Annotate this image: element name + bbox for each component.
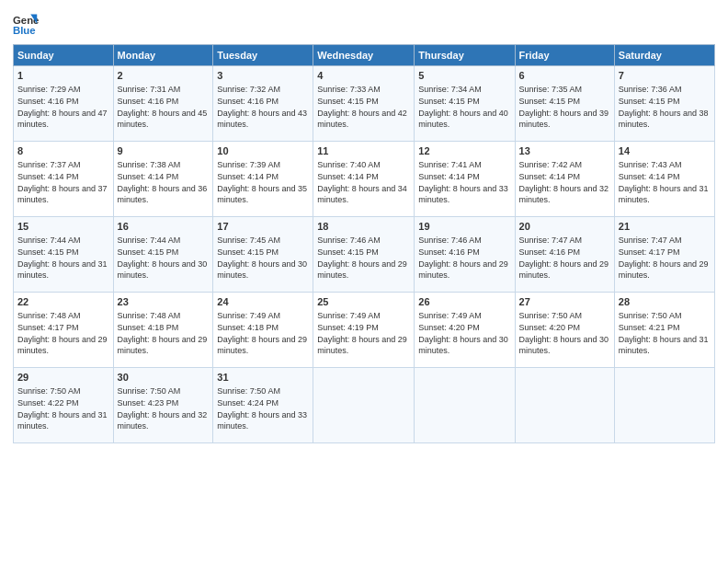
calendar-cell: [614, 368, 714, 443]
sunrise-label: Sunrise: 7:32 AM: [217, 85, 280, 94]
logo: General Blue: [13, 11, 39, 37]
sunset-label: Sunset: 4:14 PM: [418, 172, 480, 181]
sunset-label: Sunset: 4:15 PM: [317, 97, 379, 106]
daylight-label: Daylight: 8 hours and 29 minutes.: [619, 259, 709, 281]
sunset-label: Sunset: 4:23 PM: [118, 398, 179, 408]
daylight-label: Daylight: 8 hours and 33 minutes.: [418, 184, 508, 205]
sunset-label: Sunset: 4:16 PM: [17, 97, 79, 106]
day-number: 19: [418, 220, 510, 234]
daylight-label: Daylight: 8 hours and 42 minutes.: [317, 109, 407, 130]
sunset-label: Sunset: 4:15 PM: [17, 247, 79, 257]
calendar-cell: 22Sunrise: 7:48 AMSunset: 4:17 PMDayligh…: [14, 293, 114, 368]
sunset-label: Sunset: 4:22 PM: [17, 398, 79, 408]
sunrise-label: Sunrise: 7:50 AM: [619, 311, 682, 320]
daylight-label: Daylight: 8 hours and 29 minutes.: [317, 259, 407, 281]
sunrise-label: Sunrise: 7:33 AM: [317, 85, 381, 94]
day-number: 3: [217, 69, 309, 83]
day-number: 30: [118, 371, 210, 385]
sunset-label: Sunset: 4:18 PM: [118, 323, 179, 332]
sunrise-label: Sunrise: 7:47 AM: [519, 236, 583, 245]
sunrise-label: Sunrise: 7:50 AM: [519, 311, 583, 320]
daylight-label: Daylight: 8 hours and 29 minutes.: [17, 335, 108, 356]
sunset-label: Sunset: 4:15 PM: [519, 97, 581, 106]
calendar-cell: [515, 368, 614, 443]
sunrise-label: Sunrise: 7:37 AM: [17, 160, 81, 169]
sunset-label: Sunset: 4:14 PM: [17, 172, 79, 181]
calendar-cell: 16Sunrise: 7:44 AMSunset: 4:15 PMDayligh…: [113, 217, 213, 293]
sunset-label: Sunset: 4:24 PM: [217, 398, 279, 408]
sunset-label: Sunset: 4:15 PM: [619, 97, 680, 106]
day-number: 15: [17, 220, 109, 234]
day-number: 2: [118, 69, 210, 83]
day-number: 24: [217, 295, 309, 309]
daylight-label: Daylight: 8 hours and 33 minutes.: [217, 410, 307, 431]
sunrise-label: Sunrise: 7:50 AM: [217, 386, 280, 396]
daylight-label: Daylight: 8 hours and 35 minutes.: [217, 184, 307, 205]
calendar-cell: 25Sunrise: 7:49 AMSunset: 4:19 PMDayligh…: [313, 293, 415, 368]
calendar-cell: 26Sunrise: 7:49 AMSunset: 4:20 PMDayligh…: [415, 293, 515, 368]
logo-icon: General Blue: [13, 11, 39, 37]
sunrise-label: Sunrise: 7:36 AM: [619, 85, 682, 94]
sunrise-label: Sunrise: 7:35 AM: [519, 85, 583, 94]
calendar-cell: 18Sunrise: 7:46 AMSunset: 4:15 PMDayligh…: [313, 217, 415, 293]
calendar-cell: [415, 368, 515, 443]
daylight-label: Daylight: 8 hours and 30 minutes.: [217, 259, 307, 281]
day-number: 22: [17, 295, 109, 309]
daylight-label: Daylight: 8 hours and 31 minutes.: [17, 259, 108, 281]
sunset-label: Sunset: 4:19 PM: [317, 323, 379, 332]
sunset-label: Sunset: 4:14 PM: [519, 172, 581, 181]
day-number: 31: [217, 371, 309, 385]
calendar-cell: 9Sunrise: 7:38 AMSunset: 4:14 PMDaylight…: [113, 142, 213, 217]
calendar-cell: 23Sunrise: 7:48 AMSunset: 4:18 PMDayligh…: [113, 293, 213, 368]
daylight-label: Daylight: 8 hours and 36 minutes.: [118, 184, 208, 205]
calendar-cell: 10Sunrise: 7:39 AMSunset: 4:14 PMDayligh…: [213, 142, 313, 217]
calendar-cell: 21Sunrise: 7:47 AMSunset: 4:17 PMDayligh…: [614, 217, 714, 293]
day-number: 12: [418, 144, 510, 158]
calendar-table: SundayMondayTuesdayWednesdayThursdayFrid…: [13, 44, 715, 443]
weekday-header-friday: Friday: [515, 45, 614, 66]
calendar-cell: 28Sunrise: 7:50 AMSunset: 4:21 PMDayligh…: [614, 293, 714, 368]
calendar-cell: 11Sunrise: 7:40 AMSunset: 4:14 PMDayligh…: [313, 142, 415, 217]
sunset-label: Sunset: 4:16 PM: [217, 97, 279, 106]
sunrise-label: Sunrise: 7:46 AM: [317, 236, 381, 245]
sunset-label: Sunset: 4:20 PM: [418, 323, 480, 332]
sunrise-label: Sunrise: 7:41 AM: [418, 160, 482, 169]
sunrise-label: Sunrise: 7:29 AM: [17, 85, 81, 94]
calendar-cell: 27Sunrise: 7:50 AMSunset: 4:20 PMDayligh…: [515, 293, 614, 368]
calendar-cell: 30Sunrise: 7:50 AMSunset: 4:23 PMDayligh…: [113, 368, 213, 443]
day-number: 29: [17, 371, 109, 385]
calendar-cell: 3Sunrise: 7:32 AMSunset: 4:16 PMDaylight…: [213, 66, 313, 142]
day-number: 27: [519, 295, 610, 309]
weekday-header-monday: Monday: [113, 45, 213, 66]
header: General Blue: [13, 11, 715, 37]
sunrise-label: Sunrise: 7:48 AM: [118, 311, 181, 320]
day-number: 10: [217, 144, 309, 158]
sunset-label: Sunset: 4:18 PM: [217, 323, 279, 332]
sunset-label: Sunset: 4:17 PM: [17, 323, 79, 332]
calendar-cell: 5Sunrise: 7:34 AMSunset: 4:15 PMDaylight…: [415, 66, 515, 142]
daylight-label: Daylight: 8 hours and 30 minutes.: [118, 259, 208, 281]
day-number: 13: [519, 144, 610, 158]
sunset-label: Sunset: 4:14 PM: [619, 172, 680, 181]
sunset-label: Sunset: 4:15 PM: [317, 247, 379, 257]
calendar-cell: 20Sunrise: 7:47 AMSunset: 4:16 PMDayligh…: [515, 217, 614, 293]
day-number: 8: [17, 144, 109, 158]
sunset-label: Sunset: 4:16 PM: [118, 97, 179, 106]
svg-text:Blue: Blue: [13, 25, 36, 36]
calendar-cell: 8Sunrise: 7:37 AMSunset: 4:14 PMDaylight…: [14, 142, 114, 217]
calendar-cell: 24Sunrise: 7:49 AMSunset: 4:18 PMDayligh…: [213, 293, 313, 368]
calendar-cell: [313, 368, 415, 443]
sunrise-label: Sunrise: 7:50 AM: [17, 386, 81, 396]
sunset-label: Sunset: 4:15 PM: [217, 247, 279, 257]
daylight-label: Daylight: 8 hours and 37 minutes.: [17, 184, 108, 205]
sunset-label: Sunset: 4:21 PM: [619, 323, 680, 332]
calendar-cell: 15Sunrise: 7:44 AMSunset: 4:15 PMDayligh…: [14, 217, 114, 293]
sunrise-label: Sunrise: 7:47 AM: [619, 236, 682, 245]
day-number: 7: [619, 69, 711, 83]
day-number: 23: [118, 295, 210, 309]
week-row-4: 22Sunrise: 7:48 AMSunset: 4:17 PMDayligh…: [14, 293, 715, 368]
daylight-label: Daylight: 8 hours and 34 minutes.: [317, 184, 407, 205]
day-number: 4: [317, 69, 410, 83]
sunrise-label: Sunrise: 7:46 AM: [418, 236, 482, 245]
sunrise-label: Sunrise: 7:48 AM: [17, 311, 81, 320]
